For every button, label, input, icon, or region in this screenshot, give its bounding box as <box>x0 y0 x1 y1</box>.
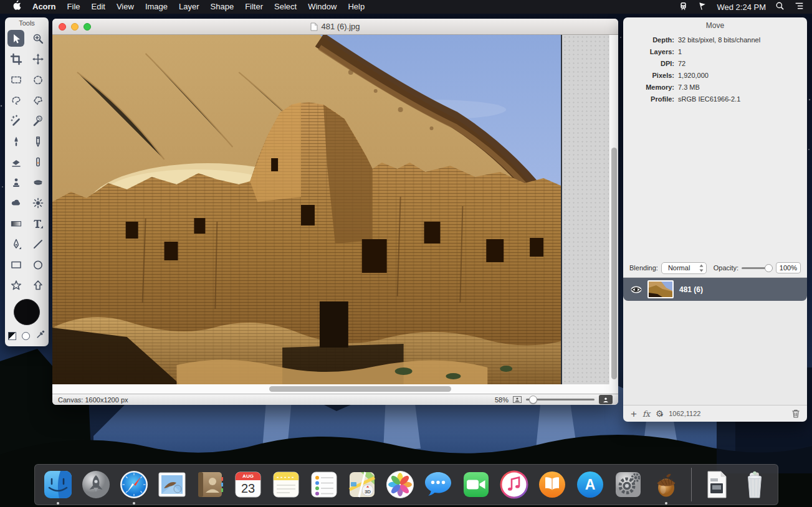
tool-text[interactable] <box>27 213 49 234</box>
tool-rect-select[interactable] <box>5 69 27 90</box>
opacity-value[interactable]: 100% <box>776 262 801 273</box>
dock-trash[interactable] <box>738 468 771 501</box>
menu-shape[interactable]: Shape <box>205 0 240 14</box>
menu-file[interactable]: File <box>62 0 86 14</box>
dock-notes[interactable] <box>270 468 302 501</box>
zoom-slider-thumb[interactable] <box>529 396 537 404</box>
layer-visibility-eye-icon[interactable] <box>631 286 642 293</box>
layer-row-selected[interactable]: 481 (6) <box>623 278 807 301</box>
tool-lasso[interactable] <box>5 90 27 110</box>
opacity-slider-thumb[interactable] <box>765 264 773 272</box>
tool-arrow-shape[interactable] <box>27 275 49 295</box>
zoom-window-button[interactable] <box>84 23 91 31</box>
notification-center-button[interactable] <box>794 1 805 12</box>
apple-menu[interactable] <box>7 0 27 14</box>
tool-polygon-lasso[interactable] <box>27 90 49 110</box>
menu-edit[interactable]: Edit <box>86 0 111 14</box>
vertical-scrollbar[interactable] <box>609 35 618 384</box>
opacity-label: Opacity: <box>714 264 738 272</box>
menu-filter[interactable]: Filter <box>239 0 269 14</box>
menu-layer[interactable]: Layer <box>173 0 205 14</box>
dock-mail[interactable] <box>156 468 188 501</box>
tool-arrow[interactable] <box>5 28 27 49</box>
dock-messages[interactable] <box>422 468 454 501</box>
zoom-slider[interactable] <box>526 396 595 404</box>
tool-gradient[interactable] <box>5 213 27 234</box>
blending-select[interactable]: Normal <box>661 262 707 274</box>
dock-document[interactable] <box>700 468 733 501</box>
horizontal-scrollbar-thumb[interactable] <box>269 386 451 392</box>
tool-zoom[interactable] <box>27 28 49 49</box>
dock-reminders[interactable] <box>308 468 340 501</box>
dock-contacts[interactable] <box>194 468 226 501</box>
tool-blur[interactable] <box>5 192 27 213</box>
dock-acorn[interactable] <box>650 468 682 501</box>
delete-layer-button[interactable] <box>792 409 800 418</box>
menu-window[interactable]: Window <box>302 0 342 14</box>
dock-system-preferences[interactable] <box>612 468 644 501</box>
tool-move[interactable] <box>27 49 49 69</box>
dock-appstore[interactable]: A <box>574 468 606 501</box>
menu-help[interactable]: Help <box>342 0 370 14</box>
vertical-scrollbar-thumb[interactable] <box>611 148 617 379</box>
dock-photos[interactable] <box>384 468 416 501</box>
tool-instant-alpha[interactable] <box>27 110 49 131</box>
dock-ibooks[interactable] <box>536 468 568 501</box>
menu-clock[interactable]: Wed 2:24 PM <box>717 2 766 12</box>
tool-sharpen[interactable] <box>27 192 49 213</box>
actual-size-button[interactable] <box>599 395 613 404</box>
layer-actions-button[interactable]: ⚙▾ <box>656 408 663 419</box>
color-well[interactable] <box>14 299 40 325</box>
menu-acorn[interactable]: Acorn <box>27 0 62 14</box>
rect-select-icon <box>10 73 22 86</box>
tool-ellipse-shape[interactable] <box>27 254 49 275</box>
train-icon <box>679 1 688 11</box>
layer-fx-button[interactable]: fx <box>642 409 650 419</box>
menu-image[interactable]: Image <box>140 0 173 14</box>
dock-finder[interactable] <box>42 468 74 501</box>
tool-block-eraser[interactable] <box>27 151 49 172</box>
spotlight-button[interactable] <box>775 1 785 12</box>
menu-select[interactable]: Select <box>269 0 302 14</box>
tool-magic-wand[interactable] <box>5 110 27 131</box>
fill-stroke-swatch[interactable] <box>8 332 16 340</box>
horizontal-scrollbar[interactable] <box>52 384 618 394</box>
tool-brush[interactable] <box>5 131 27 151</box>
menu-status-flag-icon[interactable] <box>697 1 707 13</box>
tool-eyedropper[interactable] <box>36 329 45 342</box>
dock-safari[interactable] <box>118 468 150 501</box>
minimize-button[interactable] <box>71 23 79 31</box>
dock-itunes[interactable] <box>498 468 530 501</box>
close-button[interactable] <box>59 23 66 31</box>
tool-rect-shape[interactable] <box>5 254 27 275</box>
canvas-image[interactable] <box>52 35 562 384</box>
stroke-color-swatch[interactable] <box>22 332 30 340</box>
tool-smudge[interactable] <box>27 172 49 192</box>
tool-pencil[interactable] <box>27 131 49 151</box>
magic-wand-icon <box>10 115 22 127</box>
tool-ellipse-select[interactable] <box>27 69 49 90</box>
dock-calendar[interactable]: AUG23 <box>232 468 264 501</box>
tool-eraser[interactable] <box>5 151 27 172</box>
menu-view[interactable]: View <box>111 0 140 14</box>
tool-line[interactable] <box>27 234 49 254</box>
mail-icon <box>157 470 187 500</box>
menu-status-train-icon[interactable] <box>679 1 688 13</box>
tool-crop[interactable] <box>5 49 27 69</box>
zoom-fit-icon[interactable] <box>513 396 522 403</box>
polygon-lasso-icon <box>32 94 44 107</box>
window-titlebar[interactable]: 481 (6).jpg <box>52 19 618 35</box>
info-value: 32 bits/pixel, 8 bits/channel <box>678 36 760 44</box>
tool-pen[interactable] <box>5 234 27 254</box>
dock-launchpad[interactable] <box>80 468 112 501</box>
image-info: Depth:32 bits/pixel, 8 bits/channel Laye… <box>623 36 807 107</box>
dock-facetime[interactable] <box>460 468 492 501</box>
inspector-footer: + fx ⚙▾ 1062,1122 <box>623 405 807 422</box>
tool-clone-stamp[interactable] <box>5 172 27 192</box>
photo-art <box>52 35 561 384</box>
layer-list[interactable]: 481 (6) <box>623 277 807 405</box>
add-layer-button[interactable]: + <box>631 409 637 419</box>
dock-maps[interactable]: 3D <box>346 468 378 501</box>
opacity-slider[interactable] <box>742 264 773 272</box>
tool-star-shape[interactable] <box>5 275 27 295</box>
